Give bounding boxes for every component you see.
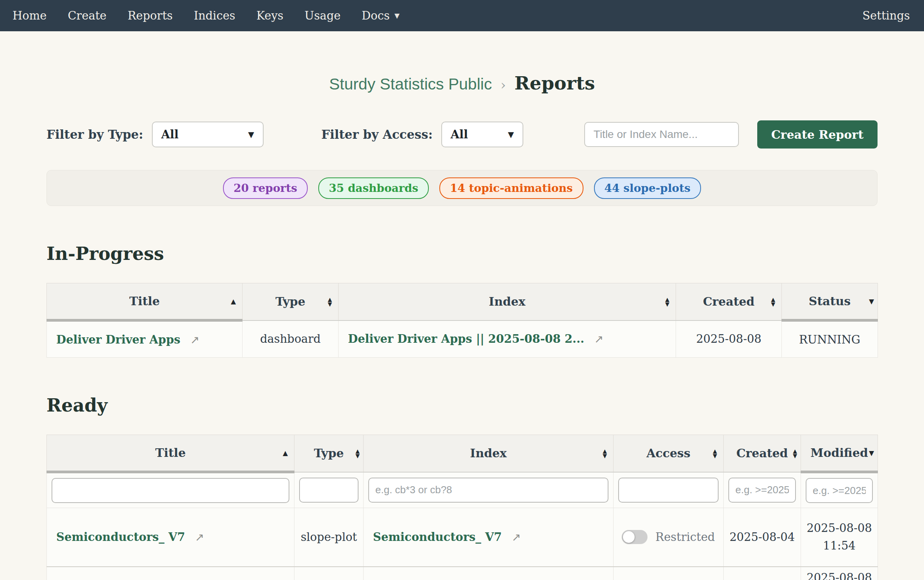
- report-type: dashboard: [243, 320, 339, 358]
- top-navigation: Home Create Reports Indices Keys Usage D…: [0, 0, 924, 31]
- index-link[interactable]: Deliver Driver Apps || 2025-08-08 2...: [348, 332, 584, 345]
- access-state-label: Restricted: [655, 530, 715, 544]
- sort-both-icon: ▲▼: [793, 449, 797, 458]
- nav-item-settings[interactable]: Settings: [862, 9, 910, 22]
- column-header-index[interactable]: Index ▲▼: [364, 435, 614, 472]
- access-toggle[interactable]: [622, 530, 648, 544]
- table-row: Semiconductors_ V7 ↗ slope-plot Semicond…: [47, 508, 878, 567]
- type-column-filter-input[interactable]: [299, 478, 359, 503]
- column-header-title[interactable]: Title ▲: [47, 283, 243, 320]
- sort-desc-icon: ▼: [869, 297, 874, 305]
- filter-type-label: Filter by Type:: [46, 127, 143, 141]
- column-header-index[interactable]: Index ▲▼: [339, 283, 676, 320]
- toggle-knob: [623, 531, 635, 543]
- column-header-created[interactable]: Created ▲▼: [724, 435, 801, 472]
- nav-item-reports[interactable]: Reports: [128, 9, 173, 22]
- create-report-button[interactable]: Create Report: [757, 120, 878, 149]
- badge-slope-plots-count: 44 slope-plots: [594, 177, 701, 199]
- report-type: slope-plot: [294, 508, 364, 567]
- external-link-icon: ↗: [190, 333, 199, 346]
- external-link-icon: ↗: [512, 531, 521, 544]
- sort-both-icon: ▲▼: [328, 297, 332, 306]
- chevron-down-icon: ▼: [248, 130, 254, 139]
- nav-item-keys[interactable]: Keys: [256, 9, 283, 22]
- column-filter-row: [47, 472, 878, 508]
- created-column-filter-input[interactable]: [728, 478, 796, 503]
- column-header-created[interactable]: Created ▲▼: [676, 283, 782, 320]
- column-header-type[interactable]: Type ▲▼: [294, 435, 364, 472]
- sort-both-icon: ▲▼: [665, 297, 669, 306]
- sort-both-icon: ▲▼: [713, 449, 717, 458]
- chevron-down-icon: ▼: [394, 12, 400, 20]
- page-title: Reports: [514, 72, 595, 94]
- index-column-filter-input[interactable]: [368, 478, 608, 503]
- nav-item-usage[interactable]: Usage: [305, 9, 341, 22]
- nav-item-docs[interactable]: Docs ▼: [362, 9, 400, 22]
- badge-dashboards-count: 35 dashboards: [318, 177, 429, 199]
- sort-asc-icon: ▲: [231, 297, 236, 305]
- column-header-type[interactable]: Type ▲▼: [243, 283, 339, 320]
- nav-item-create[interactable]: Create: [68, 9, 106, 22]
- search-input[interactable]: [584, 122, 739, 147]
- badge-reports-count: 20 reports: [223, 177, 308, 199]
- sort-both-icon: ▲▼: [355, 449, 360, 458]
- filter-access-value: All: [451, 128, 468, 141]
- report-modified-datetime: 2025-08-08: [801, 567, 878, 580]
- status-badge: RUNNING: [782, 320, 878, 358]
- chevron-down-icon: ▼: [508, 130, 514, 139]
- in-progress-header-row: Title ▲ Type ▲▼ Index ▲▼ Created ▲▼ Stat…: [47, 283, 878, 320]
- breadcrumb-chevron-icon: ›: [501, 77, 506, 93]
- column-header-title[interactable]: Title ▲: [47, 435, 294, 472]
- nav-item-home[interactable]: Home: [12, 9, 46, 22]
- external-link-icon: ↗: [195, 531, 204, 544]
- ready-table: Title ▲ Type ▲▼ Index ▲▼ Access ▲▼ Creat…: [46, 435, 878, 580]
- sort-both-icon: ▲▼: [603, 449, 607, 458]
- summary-badges-strip: 20 reports 35 dashboards 14 topic-animat…: [46, 170, 878, 206]
- report-title-link[interactable]: Semiconductors_ V7: [56, 530, 185, 544]
- ready-header-row: Title ▲ Type ▲▼ Index ▲▼ Access ▲▼ Creat…: [47, 435, 878, 472]
- breadcrumb: Sturdy Statistics Public › Reports: [46, 72, 878, 94]
- badge-topic-animations-count: 14 topic-animations: [439, 177, 583, 199]
- sort-asc-icon: ▲: [283, 449, 288, 457]
- report-created-date: 2025-08-04: [724, 508, 801, 567]
- title-column-filter-input[interactable]: [52, 478, 289, 503]
- breadcrumb-parent-link[interactable]: Sturdy Statistics Public: [329, 75, 492, 93]
- filter-type-select[interactable]: All ▼: [152, 122, 264, 147]
- access-column-filter-input[interactable]: [618, 478, 719, 503]
- in-progress-table: Title ▲ Type ▲▼ Index ▲▼ Created ▲▼ Stat…: [46, 283, 878, 358]
- table-row: Deliver Driver Apps ↗ dashboard Deliver …: [47, 320, 878, 358]
- nav-item-indices[interactable]: Indices: [194, 9, 235, 22]
- access-cell: Restricted: [614, 530, 723, 544]
- report-modified-datetime: 2025-08-08 11:54: [801, 519, 878, 555]
- column-header-modified[interactable]: Modified ▼: [801, 435, 878, 472]
- column-header-status[interactable]: Status ▼: [782, 283, 878, 320]
- sort-both-icon: ▲▼: [771, 297, 775, 306]
- index-link[interactable]: Semiconductors_ V7: [373, 530, 502, 544]
- filter-access-label: Filter by Access:: [321, 127, 433, 141]
- table-row-partial: 2025-08-08: [47, 567, 878, 580]
- filter-access-select[interactable]: All ▼: [441, 122, 523, 147]
- column-header-access[interactable]: Access ▲▼: [614, 435, 724, 472]
- ready-heading: Ready: [46, 395, 878, 416]
- in-progress-heading: In-Progress: [46, 243, 878, 264]
- report-created-date: 2025-08-08: [676, 320, 782, 358]
- external-link-icon: ↗: [594, 333, 603, 345]
- main-content: Sturdy Statistics Public › Reports Filte…: [46, 72, 878, 580]
- modified-column-filter-input[interactable]: [806, 478, 873, 503]
- filter-type-value: All: [161, 128, 179, 141]
- sort-desc-icon: ▼: [869, 449, 874, 457]
- report-title-link[interactable]: Deliver Driver Apps: [56, 333, 180, 346]
- filter-bar: Filter by Type: All ▼ Filter by Access: …: [46, 120, 878, 149]
